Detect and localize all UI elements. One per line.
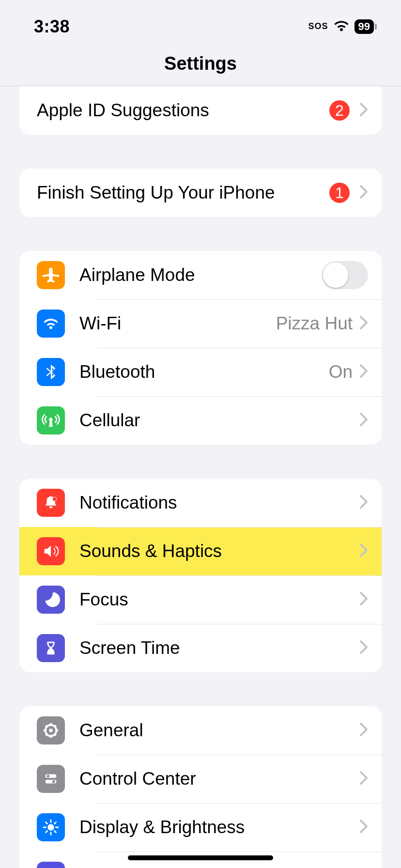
chevron-right-icon xyxy=(359,185,368,201)
svg-line-10 xyxy=(46,734,48,736)
row-screen-time[interactable]: Screen Time xyxy=(19,624,382,672)
battery-level: 99 xyxy=(355,19,374,34)
label: Screen Time xyxy=(79,638,359,658)
bluetooth-icon xyxy=(37,358,65,386)
general-icon xyxy=(37,716,65,744)
chevron-right-icon xyxy=(359,495,368,511)
settings-group-connectivity: Airplane Mode Wi-Fi Pizza Hut Bluetooth … xyxy=(19,251,382,445)
chevron-right-icon xyxy=(359,315,368,332)
svg-line-21 xyxy=(46,822,47,824)
row-cellular[interactable]: Cellular xyxy=(19,396,382,445)
settings-group-alerts: Notifications Sounds & Haptics Focus Scr… xyxy=(19,479,382,672)
chevron-right-icon xyxy=(359,640,368,656)
wifi-icon xyxy=(333,19,350,34)
row-general[interactable]: General xyxy=(19,706,382,755)
airplane-icon xyxy=(37,261,65,289)
row-apple-id-suggestions[interactable]: Apple ID Suggestions 2 xyxy=(19,86,382,135)
settings-group-general: General Control Center Display & Brightn… xyxy=(19,706,382,868)
label: General xyxy=(79,720,359,741)
battery-indicator: 99 xyxy=(355,19,377,34)
row-control-center[interactable]: Control Center xyxy=(19,755,382,803)
svg-point-13 xyxy=(46,775,49,777)
svg-line-24 xyxy=(55,822,56,824)
row-display-brightness[interactable]: Display & Brightness xyxy=(19,803,382,852)
page-title: Settings xyxy=(0,53,401,86)
chevron-right-icon xyxy=(359,412,368,429)
chevron-right-icon xyxy=(359,102,368,119)
sos-indicator: SOS xyxy=(308,21,328,31)
svg-point-1 xyxy=(53,497,57,501)
svg-point-3 xyxy=(49,728,53,732)
display-brightness-icon xyxy=(37,813,65,841)
label: Wi-Fi xyxy=(79,313,276,334)
label: Apple ID Suggestions xyxy=(37,100,329,121)
row-airplane-mode[interactable]: Airplane Mode xyxy=(19,251,382,299)
cellular-icon xyxy=(37,406,65,434)
label: Finish Setting Up Your iPhone xyxy=(37,183,329,203)
settings-group-finish-setup: Finish Setting Up Your iPhone 1 xyxy=(19,169,382,217)
row-focus[interactable]: Focus xyxy=(19,575,382,624)
wifi-settings-icon xyxy=(37,310,65,338)
chevron-right-icon xyxy=(359,591,368,608)
status-bar: 3:38 SOS 99 xyxy=(0,0,401,53)
svg-line-9 xyxy=(54,734,56,736)
chevron-right-icon xyxy=(359,722,368,739)
label: Control Center xyxy=(79,769,359,789)
wifi-network-value: Pizza Hut xyxy=(276,313,353,334)
badge: 1 xyxy=(329,183,350,203)
sounds-icon xyxy=(37,537,65,565)
row-bluetooth[interactable]: Bluetooth On xyxy=(19,348,382,396)
label: Display & Brightness xyxy=(79,817,359,837)
chevron-right-icon xyxy=(359,543,368,559)
chevron-right-icon xyxy=(359,819,368,836)
row-sounds-haptics[interactable]: Sounds & Haptics xyxy=(19,527,382,575)
label: Focus xyxy=(79,589,359,610)
row-notifications[interactable]: Notifications xyxy=(19,479,382,527)
badge: 2 xyxy=(329,100,350,121)
home-indicator[interactable] xyxy=(128,855,273,860)
svg-point-15 xyxy=(52,780,55,783)
label: Airplane Mode xyxy=(79,265,322,285)
chevron-right-icon xyxy=(359,364,368,380)
status-time: 3:38 xyxy=(34,16,70,37)
label: Home Screen & App Library xyxy=(79,866,359,868)
label: Sounds & Haptics xyxy=(79,541,359,561)
label: Notifications xyxy=(79,493,359,513)
row-wifi[interactable]: Wi-Fi Pizza Hut xyxy=(19,299,382,348)
airplane-mode-switch[interactable] xyxy=(322,261,368,289)
focus-icon xyxy=(37,586,65,614)
svg-line-11 xyxy=(54,726,56,728)
bluetooth-status-value: On xyxy=(329,362,353,382)
chevron-right-icon xyxy=(359,771,368,787)
home-screen-icon xyxy=(37,862,65,868)
svg-line-23 xyxy=(46,831,47,833)
svg-line-22 xyxy=(55,831,56,833)
label: Bluetooth xyxy=(79,362,329,382)
svg-line-8 xyxy=(46,726,48,728)
control-center-icon xyxy=(37,765,65,793)
notifications-icon xyxy=(37,489,65,517)
row-finish-setup[interactable]: Finish Setting Up Your iPhone 1 xyxy=(19,169,382,217)
svg-point-16 xyxy=(47,824,54,830)
label: Cellular xyxy=(79,410,359,431)
screen-time-icon xyxy=(37,634,65,662)
settings-group-account: Apple ID Suggestions 2 xyxy=(19,86,382,135)
